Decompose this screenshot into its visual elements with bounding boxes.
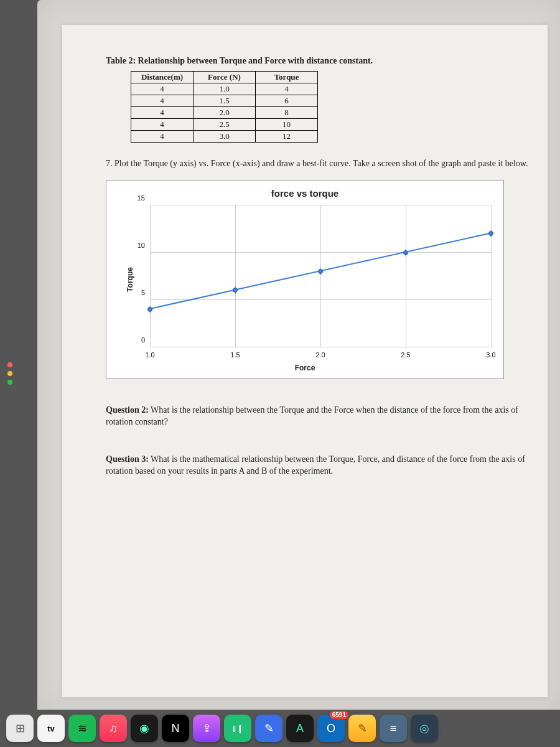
question-3-text: What is the mathematical relationship be…: [106, 454, 525, 476]
chart-data-point: [403, 250, 408, 255]
table-cell: 8: [256, 107, 318, 119]
question-3-label: Question 3:: [106, 454, 149, 464]
chart-container: force vs torque Torque Force 1.01.52.02.…: [106, 180, 504, 379]
edit-icon[interactable]: ✎: [255, 715, 282, 742]
document-page: Table 2: Relationship between Torque and…: [62, 25, 548, 697]
dock: ⊞tv≋♫◉N⇪⫾⫿✎AO6591✎≡◎: [0, 710, 560, 747]
chart-y-tick: 15: [138, 194, 145, 202]
chart-x-tick: 3.0: [486, 351, 495, 359]
table-row: 41.56: [131, 95, 318, 107]
table-cell: 12: [256, 131, 318, 143]
table-cell: 2.5: [194, 119, 256, 131]
table-cell: 6: [256, 95, 318, 107]
appletv-icon[interactable]: tv: [37, 715, 65, 742]
table-cell: 10: [256, 119, 318, 131]
chart-x-tick: 1.0: [145, 351, 154, 359]
question-2: Question 2: What is the relationship bet…: [106, 404, 529, 428]
chart-title: force vs torque: [106, 188, 503, 199]
chart-data-point: [233, 288, 238, 293]
notes-icon[interactable]: ✎: [348, 715, 376, 742]
chart-data-point: [147, 307, 152, 312]
chart-data-point: [318, 269, 323, 274]
chart-x-tick: 2.0: [315, 351, 325, 359]
table-cell: 4: [131, 95, 194, 107]
table-cell: 1.0: [194, 83, 256, 95]
finder-icon[interactable]: ⊞: [6, 715, 34, 742]
outlook-icon[interactable]: O6591: [317, 715, 345, 742]
table-cell: 1.5: [194, 95, 256, 107]
table-row: 42.510: [131, 119, 318, 131]
stats-icon[interactable]: ⫾⫿: [224, 715, 251, 742]
chart-y-tick: 5: [141, 289, 145, 296]
table-cell: 2.0: [194, 107, 256, 119]
chart-xlabel: Force: [106, 364, 503, 372]
table-header: Torque: [256, 72, 318, 83]
music-icon[interactable]: ♫: [100, 715, 127, 742]
notification-badge: 6591: [330, 711, 348, 719]
table-cell: 4: [131, 83, 194, 95]
table-row: 41.04: [131, 83, 318, 95]
table-cell: 4: [256, 83, 318, 95]
instruction-text: 7. Plot the Torque (y axis) vs. Force (x…: [106, 157, 529, 170]
table-cell: 4: [131, 107, 194, 119]
podcast-icon[interactable]: ⇪: [193, 715, 220, 742]
chart-plot-area: 1.01.52.02.53.0051015: [150, 205, 491, 347]
question-2-label: Question 2:: [106, 405, 149, 415]
table-cell: 3.0: [194, 131, 256, 143]
table-header: Distance(m): [131, 72, 194, 83]
chart-ylabel: Torque: [126, 267, 134, 292]
siri-icon[interactable]: ◉: [131, 715, 158, 742]
table-row: 42.08: [131, 107, 318, 119]
chart-y-tick: 10: [138, 242, 145, 249]
notion-icon[interactable]: N: [162, 715, 189, 742]
window-left-rail: [7, 362, 12, 385]
question-3: Question 3: What is the mathematical rel…: [106, 453, 529, 477]
chart-x-tick: 2.5: [401, 351, 410, 359]
circle-icon[interactable]: ◎: [411, 715, 438, 742]
table-cell: 4: [131, 119, 194, 131]
chart-data-point: [488, 231, 493, 236]
data-table: Distance(m)Force (N)Torque 41.0441.5642.…: [131, 71, 318, 143]
docs-icon[interactable]: ≡: [380, 715, 407, 742]
chart-y-tick: 0: [141, 336, 145, 344]
table-header: Force (N): [194, 72, 256, 83]
chart-x-tick: 1.5: [230, 351, 240, 359]
monitor-viewport: Table 2: Relationship between Torque and…: [37, 0, 560, 710]
table-title: Table 2: Relationship between Torque and…: [106, 56, 529, 66]
translate-icon[interactable]: A: [286, 715, 314, 742]
question-2-text: What is the relationship between the Tor…: [106, 405, 518, 427]
table-row: 43.012: [131, 131, 318, 143]
spotify-icon[interactable]: ≋: [68, 715, 96, 742]
table-cell: 4: [131, 131, 194, 143]
